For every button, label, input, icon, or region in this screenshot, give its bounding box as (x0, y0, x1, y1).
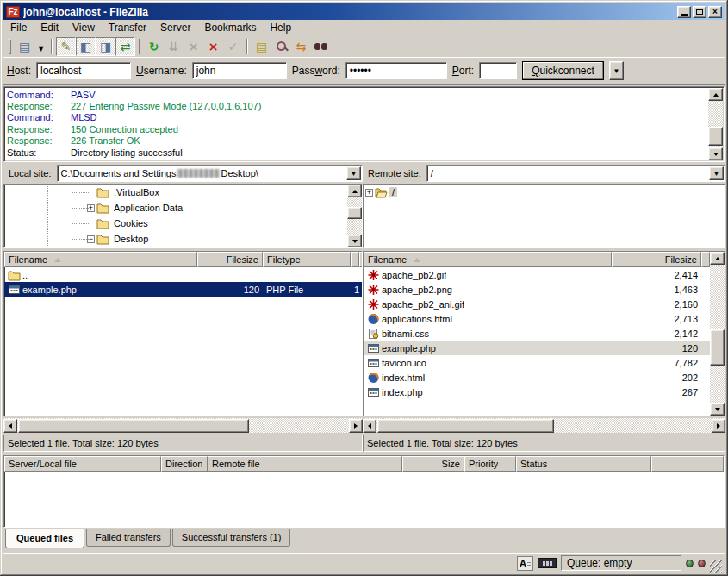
minimize-button[interactable] (677, 6, 691, 18)
file-row-example-php[interactable]: example.php120PHP File1 (4, 282, 362, 297)
menu-item-view[interactable]: View (65, 20, 102, 35)
remote-list-scrollbar[interactable] (710, 252, 725, 416)
toggle-queue-button[interactable] (115, 37, 135, 56)
file-row-apache-pb2-gif[interactable]: apache_pb2.gif2,414 (364, 267, 725, 282)
refresh-button[interactable] (144, 37, 164, 56)
toolbar-grip[interactable] (9, 39, 11, 54)
synchronized-browsing-button[interactable] (291, 37, 311, 56)
file-row-[interactable]: .. (4, 267, 362, 282)
transfer-type-indicator-icon[interactable]: A (517, 556, 533, 571)
username-input[interactable] (192, 62, 287, 79)
column-header-remote-file[interactable]: Remote file (208, 456, 402, 472)
filename-filters-button[interactable] (271, 37, 291, 56)
tab-queued-files[interactable]: Queued files (5, 529, 84, 548)
menu-item-help[interactable]: Help (263, 20, 298, 35)
local-site-label: Local site: (3, 168, 57, 178)
close-button[interactable]: × (708, 6, 722, 18)
file-name-cell: example.php (4, 284, 197, 296)
local-horizontal-scrollbar[interactable] (3, 418, 363, 433)
file-row-index-html[interactable]: index.html202 (364, 370, 725, 385)
column-header-direction[interactable]: Direction (161, 456, 208, 472)
scroll-left-button[interactable] (3, 419, 17, 433)
refresh-icon (149, 41, 159, 53)
menu-item-bookmarks[interactable]: Bookmarks (197, 20, 263, 35)
scroll-down-button[interactable] (347, 235, 362, 247)
file-row-index-php[interactable]: index.php267 (364, 385, 725, 399)
process-queue-button[interactable] (164, 37, 184, 56)
scroll-left-button[interactable] (363, 419, 376, 433)
maximize-button[interactable] (693, 6, 706, 18)
password-input[interactable] (345, 62, 447, 79)
file-row-favicon-ico[interactable]: favicon.ico7,782 (364, 355, 725, 370)
remote-horizontal-scrollbar[interactable] (363, 418, 725, 433)
tree-item-application-data[interactable]: +Application Data (4, 200, 362, 216)
tree-item-[interactable]: +/ (364, 185, 725, 200)
scroll-up-button[interactable] (347, 185, 362, 197)
site-manager-button[interactable] (15, 37, 34, 56)
remote-path-dropdown[interactable]: ▼ (709, 166, 724, 180)
column-header-server-local-file[interactable]: Server/Local file (4, 456, 161, 472)
local-path-combo[interactable]: C:\Documents and SettingsDesktop\ ▼ (57, 165, 363, 182)
column-header-status[interactable]: Status (516, 456, 651, 472)
directory-comparison-button[interactable] (252, 37, 271, 56)
tree-item-desktop[interactable]: −Desktop (4, 231, 362, 247)
scroll-right-button[interactable] (349, 419, 363, 433)
scroll-up-button[interactable] (710, 252, 725, 265)
tree-item-virtualbox[interactable]: .VirtualBox (4, 185, 362, 200)
scrollbar-thumb[interactable] (347, 207, 362, 219)
file-row-applications-html[interactable]: applications.html2,713 (364, 311, 725, 326)
file-row-apache-pb2-png[interactable]: apache_pb2.png1,463 (364, 282, 725, 297)
local-path-dropdown[interactable]: ▼ (346, 166, 361, 180)
scroll-down-button[interactable] (708, 147, 723, 160)
column-header-filename[interactable]: Filename (4, 252, 197, 267)
remote-path-combo[interactable]: / ▼ (426, 165, 725, 182)
local-file-list: FilenameFilesizeFiletypeLast modified ..… (3, 251, 363, 416)
file-row-apache-pb2-ani-gif[interactable]: apache_pb2_ani.gif2,160 (364, 297, 725, 311)
menu-item-transfer[interactable]: Transfer (102, 20, 153, 35)
file-row-example-php[interactable]: example.php120 (364, 341, 725, 355)
scrollbar-thumb[interactable] (18, 419, 249, 433)
menu-item-edit[interactable]: Edit (34, 20, 65, 35)
column-header-priority[interactable]: Priority (464, 456, 516, 472)
toggle-message-log-button[interactable] (56, 37, 76, 56)
toggle-local-tree-button[interactable] (76, 37, 96, 56)
php-file-icon (8, 284, 22, 296)
scroll-up-button[interactable] (708, 88, 723, 101)
file-size-cell: 120 (612, 343, 701, 354)
column-header-size[interactable]: Size (402, 456, 464, 472)
quickconnect-dropdown[interactable]: ▼ (609, 61, 624, 80)
column-header-last-modified[interactable]: Last modified (351, 252, 359, 267)
tab-successful-transfers-1[interactable]: Successful transfers (1) (172, 529, 291, 547)
scroll-right-button[interactable] (712, 419, 725, 433)
menu-item-file[interactable]: File (3, 20, 34, 35)
menu-item-server[interactable]: Server (153, 20, 197, 35)
log-scrollbar[interactable] (708, 88, 723, 160)
local-path-prefix: C:\Documents and Settings (61, 168, 177, 178)
tree-item-cookies[interactable]: Cookies (4, 216, 362, 231)
tab-failed-transfers[interactable]: Failed transfers (86, 529, 171, 547)
scroll-down-button[interactable] (710, 403, 725, 416)
site-manager-dropdown[interactable] (34, 37, 47, 56)
quickconnect-button[interactable]: Quickconnect (522, 61, 604, 80)
column-header-filesize[interactable]: Filesize (197, 252, 263, 267)
toggle-remote-tree-button[interactable] (96, 37, 115, 56)
log-line: Response:150 Connection accepted (7, 123, 706, 135)
file-search-button[interactable] (311, 37, 331, 56)
port-input[interactable] (479, 62, 517, 79)
resize-grip[interactable] (710, 560, 722, 573)
host-input[interactable] (36, 62, 131, 79)
up-arrow-icon (713, 93, 719, 97)
expand-icon[interactable]: + (365, 189, 373, 197)
scrollbar-thumb[interactable] (708, 127, 723, 146)
local-tree-scrollbar[interactable] (347, 185, 362, 247)
scrollbar-thumb[interactable] (377, 419, 554, 433)
disconnect-button[interactable] (203, 37, 223, 56)
speed-limit-indicator-icon[interactable] (538, 558, 557, 568)
reconnect-button[interactable] (223, 37, 243, 56)
column-header-filesize[interactable]: Filesize (612, 252, 701, 267)
cancel-operation-button[interactable] (184, 37, 203, 56)
column-header-filename[interactable]: Filename (364, 252, 612, 267)
column-header-filetype[interactable]: Filetype (263, 252, 351, 267)
scrollbar-thumb[interactable] (710, 329, 725, 366)
file-row-bitnami-css[interactable]: bitnami.css2,142 (364, 326, 725, 341)
